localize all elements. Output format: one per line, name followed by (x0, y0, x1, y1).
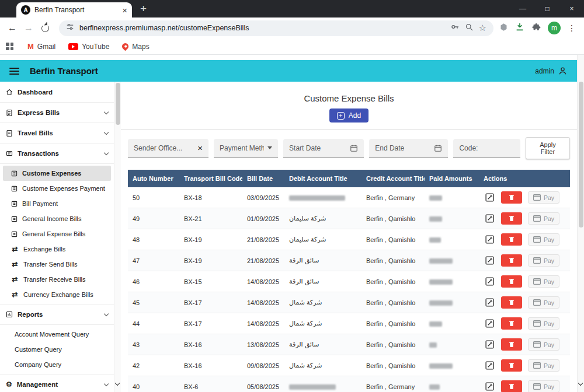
sidebar-item-reports[interactable]: Reports (0, 306, 114, 323)
sidebar-item-dashboard[interactable]: Dashboard (0, 84, 114, 100)
new-tab-button[interactable]: + (140, 2, 147, 15)
sidebar-item-transactions[interactable]: Transactions (0, 145, 114, 162)
sidebar-item-travel-bills[interactable]: Travel Bills (0, 125, 114, 141)
scroll-down-icon[interactable] (578, 381, 583, 386)
pay-button[interactable]: Pay (528, 380, 559, 392)
end-date-input[interactable]: End Date (369, 139, 448, 158)
edit-button[interactable] (484, 276, 495, 288)
sidebar-item-label: Custome Expenses Payment (22, 185, 105, 192)
edit-button[interactable] (484, 318, 495, 330)
password-key-icon[interactable] (450, 22, 460, 34)
sidebar-scrollbar[interactable] (114, 82, 121, 392)
page-scrollbar[interactable] (577, 55, 584, 392)
pay-button[interactable]: Pay (528, 212, 559, 225)
sidebar-item-custome-expenses[interactable]: Custome Expenses (3, 166, 111, 181)
chevron-down-icon (104, 130, 109, 134)
back-button[interactable]: ← (5, 23, 20, 33)
redacted-paid-amount (429, 384, 440, 390)
clear-icon[interactable]: × (197, 143, 203, 153)
start-date-input[interactable]: Start Date (283, 139, 364, 158)
sidebar-item-general-income-bills[interactable]: General Income Bills (3, 211, 111, 226)
delete-button[interactable] (501, 380, 522, 392)
pay-button[interactable]: Pay (528, 233, 559, 246)
sidebar-item-express-bills[interactable]: Express Bills (0, 104, 114, 121)
sidebar-scrollbar-thumb[interactable] (116, 83, 120, 125)
zoom-icon[interactable] (465, 23, 474, 34)
exchange-arrows-icon: ⇄ (11, 275, 19, 284)
menu-kebab-icon[interactable]: ⋮ (568, 23, 576, 33)
page-scrollbar-thumb[interactable] (579, 82, 583, 228)
browser-tab[interactable]: A Berfin Transport × (16, 2, 132, 18)
pay-button[interactable]: Pay (528, 191, 559, 204)
sidebar-item-customer-query[interactable]: Customer Query (3, 342, 111, 357)
delete-button[interactable] (501, 296, 522, 309)
extensions-puzzle-icon[interactable] (531, 22, 541, 34)
forward-button[interactable]: → (21, 23, 36, 33)
payment-method-select[interactable]: Payment Method (214, 139, 278, 158)
delete-button[interactable] (501, 233, 522, 246)
tab-close-icon[interactable]: × (122, 6, 127, 15)
pay-button[interactable]: Pay (528, 296, 559, 309)
delete-button[interactable] (501, 359, 522, 372)
delete-button[interactable] (501, 338, 522, 351)
bookmark-youtube[interactable]: YouTube (68, 43, 109, 51)
bookmark-star-icon[interactable]: ☆ (479, 23, 486, 33)
pay-button[interactable]: Pay (528, 254, 559, 267)
sidebar-item-bill-payment[interactable]: Bill Payment (3, 196, 111, 211)
sidebar-item-currency-exchange-bills[interactable]: ⇄ Currency Exchange Bills (3, 287, 111, 302)
edit-button[interactable] (484, 339, 495, 351)
pay-button[interactable]: Pay (528, 275, 559, 288)
edit-button[interactable] (484, 234, 495, 246)
apps-grid-icon[interactable] (6, 43, 13, 50)
delete-button[interactable] (501, 212, 522, 225)
minimize-button[interactable]: — (510, 0, 535, 18)
sidebar-item-label: Transfer Receive Bills (23, 276, 86, 283)
profile-avatar[interactable]: m (548, 22, 561, 34)
apply-filter-button[interactable]: Apply Filter (526, 137, 570, 159)
user-menu[interactable]: admin (535, 66, 568, 76)
cell-credit-account: Berfin , Qamishlo (361, 229, 425, 250)
sidebar-item-transfer-send-bills[interactable]: ⇄ Transfer Send Bills (3, 257, 111, 272)
delete-button[interactable] (501, 317, 522, 330)
edit-button[interactable] (484, 297, 495, 309)
sidebar-item-label: General Income Bills (22, 215, 82, 222)
cell-auto-number: 44 (128, 313, 179, 334)
sidebar-item-transfer-receive-bills[interactable]: ⇄ Transfer Receive Bills (3, 272, 111, 287)
calendar-icon[interactable] (434, 144, 442, 152)
code-input[interactable]: Code: (453, 139, 520, 158)
sidebar-item-general-expense-bills[interactable]: General Expense Bills (3, 226, 111, 242)
extension-badge-icon[interactable] (499, 23, 508, 34)
close-button[interactable]: × (559, 0, 584, 18)
add-button[interactable]: + Add (329, 108, 369, 123)
bookmark-maps[interactable]: Maps (122, 43, 149, 51)
sidebar-item-company-query[interactable]: Company Query (3, 357, 111, 372)
hamburger-menu-icon[interactable] (9, 68, 19, 75)
sidebar-item-custome-expenses-payment[interactable]: Custome Expenses Payment (3, 181, 111, 196)
calendar-icon[interactable] (350, 144, 358, 152)
url-bar[interactable]: berfinexpress.premiumasp.net/customeExpe… (59, 20, 493, 36)
pay-button[interactable]: Pay (528, 338, 559, 351)
maximize-button[interactable]: □ (535, 0, 559, 18)
delete-button[interactable] (501, 254, 522, 267)
reload-button[interactable] (41, 24, 49, 32)
pay-button[interactable]: Pay (528, 359, 559, 372)
edit-button[interactable] (484, 381, 495, 392)
pay-button-label: Pay (544, 383, 554, 390)
site-info-icon[interactable] (66, 23, 74, 33)
download-icon[interactable] (515, 22, 524, 34)
sidebar-item-management[interactable]: ⚙ Management (0, 376, 114, 392)
sender-office-input[interactable]: Sender Office... × (128, 139, 208, 158)
sidebar-item-exchange-bills[interactable]: ⇄ Exchange Bills (3, 242, 111, 257)
redacted-paid-amount (429, 237, 441, 243)
edit-button[interactable] (484, 255, 495, 267)
edit-button[interactable] (484, 192, 495, 204)
delete-button[interactable] (501, 191, 522, 204)
scroll-down-icon[interactable] (115, 381, 120, 386)
sidebar-item-account-movement-query[interactable]: Account Movement Query (3, 327, 111, 342)
bookmark-gmail[interactable]: M Gmail (27, 42, 55, 51)
edit-button[interactable] (484, 213, 495, 225)
pay-button[interactable]: Pay (528, 317, 559, 330)
edit-button[interactable] (484, 360, 495, 372)
delete-button[interactable] (501, 275, 522, 288)
filter-bar: Sender Office... × Payment Method Start … (128, 137, 570, 159)
